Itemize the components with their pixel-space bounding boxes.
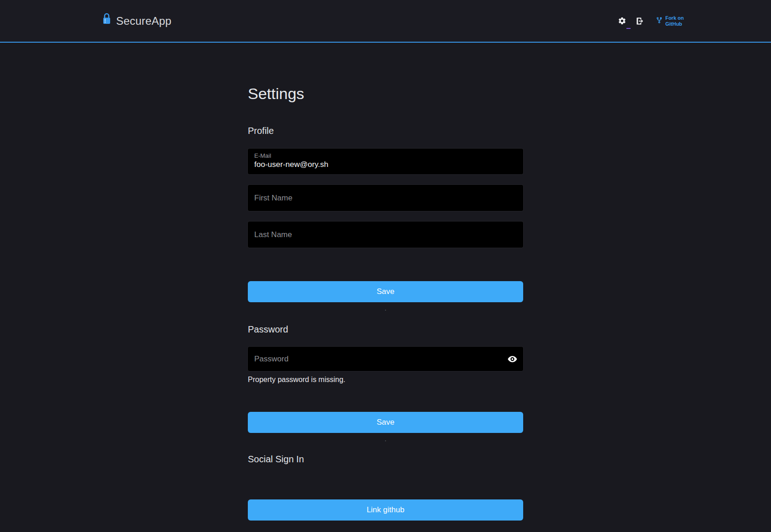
page-title: Settings: [248, 85, 523, 103]
password-error-message: Property password is missing.: [248, 376, 523, 384]
fork-on-github-link[interactable]: Fork on GitHub: [656, 15, 684, 27]
password-save-button[interactable]: Save: [248, 412, 523, 433]
social-section-heading: Social Sign In: [248, 454, 523, 465]
profile-save-button[interactable]: Save: [248, 281, 523, 302]
profile-save-dot: .: [248, 305, 523, 311]
password-section-heading: Password: [248, 324, 523, 335]
gear-icon: [618, 20, 626, 27]
git-fork-icon: [656, 17, 663, 25]
brand: SecureApp: [102, 12, 172, 30]
cursor-underscore: [626, 28, 631, 29]
app-header: SecureApp: [0, 0, 771, 43]
first-name-input[interactable]: [248, 185, 523, 211]
last-name-input[interactable]: [248, 222, 523, 248]
logout-button[interactable]: [635, 17, 644, 26]
password-field: [248, 347, 523, 371]
eye-icon: [508, 357, 517, 364]
password-input[interactable]: [248, 347, 523, 371]
email-field[interactable]: E-Mail: [248, 149, 523, 174]
email-field-label: E-Mail: [254, 152, 517, 159]
settings-gear-button[interactable]: [618, 17, 626, 25]
password-save-dot: .: [248, 436, 523, 442]
link-github-button[interactable]: Link github: [248, 499, 523, 521]
header-actions: Fork on GitHub: [618, 15, 684, 27]
logout-icon: [635, 20, 644, 27]
toggle-password-visibility-button[interactable]: [508, 355, 517, 362]
app-title: SecureApp: [116, 15, 172, 28]
email-input[interactable]: [254, 159, 517, 169]
fork-link-text: Fork on GitHub: [665, 15, 684, 27]
profile-section-heading: Profile: [248, 126, 523, 136]
lock-icon: [102, 12, 112, 25]
settings-page: Settings Profile E-Mail Save . Password …: [248, 85, 523, 521]
